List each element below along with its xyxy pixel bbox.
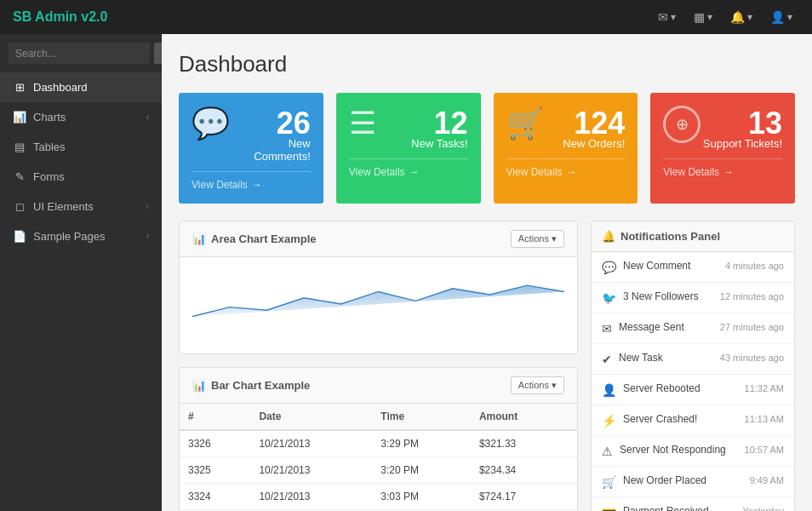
sidebar-item-charts[interactable]: 📊 Charts ‹ [0,102,162,132]
search-button[interactable]: 🔍 [154,43,162,64]
sidebar-item-dashboard-left: ⊞ Dashboard [13,81,88,94]
notif-server-crashed: ⚡ Server Crashed! 11:13 AM [592,405,794,436]
tasks-footer: View Details → [349,158,468,178]
pages-icon: 📄 [13,230,26,243]
orders-label: New Orders! [563,137,625,150]
top-nav: SB Admin v2.0 ✉ ▾ ▦ ▾ 🔔 ▾ 👤 ▾ [0,0,812,34]
sidebar-item-tables[interactable]: ▤ Tables [0,132,162,162]
tickets-number: 13 [703,106,782,141]
comments-view-details[interactable]: View Details [192,179,248,191]
dashboard-icon: ⊞ [13,81,26,94]
tickets-arrow-icon: → [723,166,734,178]
notif-new-order-time: 9:49 AM [750,475,784,485]
bar-chart-header: 📊 Bar Chart Example Actions ▾ [180,368,577,404]
user-btn[interactable]: 👤 ▾ [763,6,799,28]
sidebar-item-dashboard[interactable]: ⊞ Dashboard [0,72,162,102]
data-table: # Date Time Amount 3326 10/21/2013 3:29 … [180,404,577,511]
area-chart-icon: 📊 [192,233,206,245]
cell-time: 3:20 PM [372,457,471,484]
notif-new-followers: 🐦 3 New Followers 12 minutes ago [592,283,794,313]
area-chart-actions-btn[interactable]: Actions ▾ [511,230,564,248]
comments-number: 26 [230,106,311,141]
cell-time: 3:03 PM [372,484,471,510]
forms-icon: ✎ [13,170,26,183]
notif-new-task-icon: ✔ [602,353,612,366]
notif-server-crashed-icon: ⚡ [602,414,616,428]
sidebar-item-sample-pages[interactable]: 📄 Sample Pages ‹ [0,221,162,251]
left-panels: 📊 Area Chart Example Actions ▾ [179,221,578,511]
notif-new-task-text: New Task [619,352,663,364]
sample-chevron-icon: ‹ [146,232,149,241]
orders-view-details[interactable]: View Details [506,166,563,178]
tickets-view-details[interactable]: View Details [663,166,719,178]
brand-title: SB Admin v2.0 [13,9,107,25]
notif-server-not-responding-icon: ⚠ [602,445,613,458]
notif-new-comment-text: New Comment [623,260,690,272]
tasks-arrow-icon: → [409,166,420,178]
notif-new-comment: 💬 New Comment 4 minutes ago [592,252,794,283]
tasks-stat-icon: ☰ [349,106,376,141]
sidebar-item-forms[interactable]: ✎ Forms [0,162,162,192]
messages-caret: ▾ [671,11,676,23]
cell-date: 10/21/2013 [250,457,372,484]
bar-chart-icon: 📊 [192,379,206,392]
notif-new-order-row: New Order Placed 9:49 AM [623,474,784,486]
tickets-stat-icon: ⊕ [663,106,700,143]
cell-amount: $724.17 [471,484,577,510]
cell-id: 3325 [180,457,250,484]
tickets-label: Support Tickets! [703,137,782,150]
cell-date: 10/21/2013 [250,430,372,457]
comments-footer: View Details → [192,171,311,191]
sidebar-label-dashboard: Dashboard [33,81,88,94]
messages-btn[interactable]: ✉ ▾ [651,6,683,28]
tasks-btn[interactable]: ▦ ▾ [687,6,719,28]
tasks-icon: ▦ [694,10,705,24]
notif-server-rebooted-icon: 👤 [602,383,616,397]
tickets-footer: View Details → [663,158,782,178]
comments-card: 💬 26 New Comments! View Details → [179,93,323,204]
notif-new-followers-icon: 🐦 [602,291,616,305]
notif-message-sent-row: Message Sent 27 minutes ago [619,321,784,333]
tickets-card-top: ⊕ 13 Support Tickets! [663,106,782,150]
cell-amount: $234.34 [471,457,577,484]
notif-server-not-responding-content: Server Not Responding 10:57 AM [620,444,784,456]
notif-server-not-responding-row: Server Not Responding 10:57 AM [620,444,784,456]
alerts-btn[interactable]: 🔔 ▾ [723,6,759,28]
notif-server-not-responding-text: Server Not Responding [620,444,726,456]
tables-icon: ▤ [13,141,26,153]
comments-card-top: 💬 26 New Comments! [192,106,311,163]
table-header-row: # Date Time Amount [180,404,577,430]
search-input[interactable] [9,43,150,64]
stat-cards: 💬 26 New Comments! View Details → ☰ 12 [179,93,795,204]
area-chart-title-text: Area Chart Example [211,233,317,245]
orders-number: 124 [563,106,625,141]
table-row: 3325 10/21/2013 3:20 PM $234.34 [180,457,577,484]
sidebar-item-ui-elements[interactable]: ◻ UI Elements ‹ [0,192,162,221]
sidebar-search: 🔍 [0,34,162,72]
notif-server-rebooted: 👤 Server Rebooted 11:32 AM [592,375,794,405]
bar-chart-actions-btn[interactable]: Actions ▾ [511,376,564,394]
bell-icon: 🔔 [730,10,745,24]
user-caret: ▾ [787,11,792,23]
bar-chart-body: # Date Time Amount 3326 10/21/2013 3:29 … [180,404,577,511]
notif-message-sent-text: Message Sent [619,321,684,333]
cell-id: 3326 [180,430,250,457]
area-chart-panel: 📊 Area Chart Example Actions ▾ [179,221,578,354]
orders-card-top: 🛒 124 New Orders! [506,106,626,150]
notif-server-rebooted-content: Server Rebooted 11:32 AM [623,382,784,394]
notif-server-not-responding-time: 10:57 AM [745,445,784,455]
notif-new-task-row: New Task 43 minutes ago [619,352,784,364]
tasks-view-details[interactable]: View Details [349,166,405,178]
area-chart-title: 📊 Area Chart Example [192,233,317,245]
bell-notif-icon: 🔔 [602,230,615,243]
sidebar-item-tables-left: ▤ Tables [13,141,66,153]
notif-server-crashed-content: Server Crashed! 11:13 AM [623,413,784,425]
notif-message-sent-content: Message Sent 27 minutes ago [619,321,784,333]
sidebar-nav: ⊞ Dashboard 📊 Charts ‹ ▤ Tables ✎ [0,72,162,511]
notif-new-order-icon: 🛒 [602,475,616,489]
notif-new-comment-row: New Comment 4 minutes ago [623,260,784,272]
tickets-card: ⊕ 13 Support Tickets! View Details → [650,93,795,204]
notif-payment-received-text: Payment Received [623,505,709,511]
area-chart-svg [192,270,564,338]
orders-footer: View Details → [506,158,626,178]
